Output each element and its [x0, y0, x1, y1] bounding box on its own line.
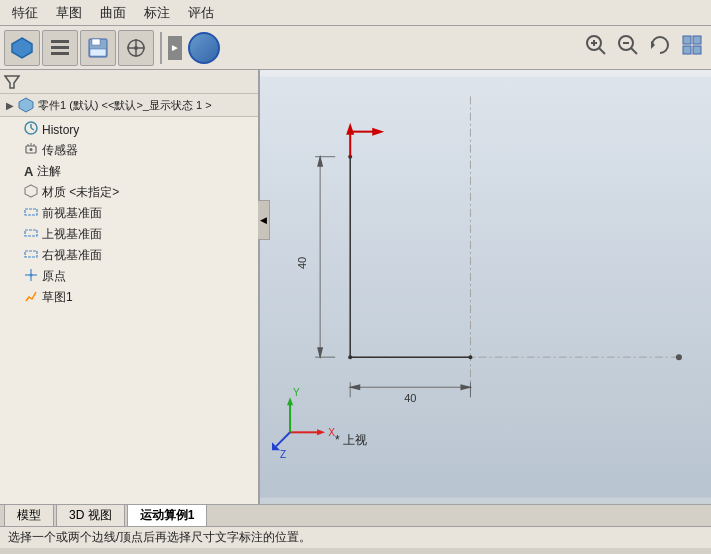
- material-label: 材质 <未指定>: [42, 184, 119, 201]
- svg-rect-5: [92, 39, 100, 45]
- tree-item-top-plane[interactable]: 上视基准面: [0, 224, 258, 245]
- right-plane-icon: [24, 247, 38, 264]
- main-area: ▶ 零件1 (默认) <<默认>_显示状态 1 > History: [0, 70, 711, 504]
- toolbar: ►: [0, 26, 711, 70]
- svg-point-47: [468, 355, 472, 359]
- sketch1-label: 草图1: [42, 289, 73, 306]
- view-label: * 上视: [335, 432, 367, 449]
- svg-text:Z: Z: [280, 449, 286, 460]
- sensor-icon: [24, 142, 38, 159]
- history-icon: [24, 121, 38, 138]
- tree-item-history[interactable]: History: [0, 119, 258, 140]
- zoom-out-button[interactable]: [613, 30, 643, 60]
- svg-point-29: [30, 148, 33, 151]
- crosshair-button[interactable]: [118, 30, 154, 66]
- svg-rect-35: [25, 230, 37, 236]
- tree-item-front-plane[interactable]: 前视基准面: [0, 203, 258, 224]
- svg-text:Y: Y: [293, 387, 300, 398]
- front-plane-label: 前视基准面: [42, 205, 102, 222]
- part-icon-button[interactable]: [4, 30, 40, 66]
- annotation-icon: A: [24, 164, 33, 179]
- filter-bar: [0, 70, 258, 94]
- top-plane-icon: [24, 226, 38, 243]
- part-label: 零件1 (默认) <<默认>_显示状态 1 >: [38, 98, 212, 113]
- svg-marker-0: [12, 38, 32, 58]
- origin-icon: [24, 268, 38, 285]
- status-text: 选择一个或两个边线/顶点后再选择尺寸文字标注的位置。: [8, 529, 311, 546]
- tab-3dview[interactable]: 3D 视图: [56, 504, 125, 526]
- collapse-arrow: ◀: [260, 215, 267, 225]
- save-button[interactable]: [80, 30, 116, 66]
- svg-rect-2: [51, 46, 69, 49]
- tree-button[interactable]: [42, 30, 78, 66]
- menu-features[interactable]: 特征: [4, 2, 46, 24]
- bottom-tabs: 模型 3D 视图 运动算例1: [0, 504, 711, 526]
- status-bar: 选择一个或两个边线/顶点后再选择尺寸文字标注的位置。: [0, 526, 711, 548]
- zoom-in-button[interactable]: [581, 30, 611, 60]
- svg-rect-19: [683, 36, 691, 44]
- toolbar-separator: [160, 32, 162, 64]
- tree-item-origin[interactable]: 原点: [0, 266, 258, 287]
- svg-line-14: [599, 48, 605, 54]
- svg-point-39: [30, 274, 33, 277]
- tree-item-annotation[interactable]: A 注解: [0, 161, 258, 182]
- display-mode-button[interactable]: [677, 30, 707, 60]
- sketch1-icon: [24, 289, 38, 306]
- svg-line-27: [31, 128, 34, 130]
- svg-rect-36: [25, 251, 37, 257]
- svg-rect-21: [683, 46, 691, 54]
- filter-icon: [4, 74, 20, 90]
- tree-item-sketch1[interactable]: 草图1: [0, 287, 258, 308]
- svg-rect-20: [693, 36, 701, 44]
- svg-point-10: [134, 46, 138, 50]
- tree-item-right-plane[interactable]: 右视基准面: [0, 245, 258, 266]
- menu-bar: 特征 草图 曲面 标注 评估: [0, 0, 711, 26]
- svg-rect-6: [90, 49, 106, 56]
- feature-tree-panel: ▶ 零件1 (默认) <<默认>_显示状态 1 > History: [0, 70, 260, 504]
- svg-rect-22: [693, 46, 701, 54]
- svg-point-64: [676, 354, 682, 360]
- svg-marker-24: [19, 98, 33, 112]
- tree-item-material[interactable]: 材质 <未指定>: [0, 182, 258, 203]
- annotation-label: 注解: [37, 163, 61, 180]
- svg-point-46: [348, 355, 352, 359]
- part-icon: [18, 97, 34, 113]
- front-plane-icon: [24, 205, 38, 222]
- origin-label: 原点: [42, 268, 66, 285]
- svg-text:40: 40: [404, 392, 416, 404]
- cad-drawing: 40 40 X Y Z: [260, 70, 711, 504]
- viewport[interactable]: 40 40 X Y Z: [260, 70, 711, 504]
- right-plane-label: 右视基准面: [42, 247, 102, 264]
- svg-line-17: [631, 48, 637, 54]
- svg-rect-3: [51, 52, 69, 55]
- menu-annotation[interactable]: 标注: [136, 2, 178, 24]
- right-toolbar: [581, 30, 707, 60]
- svg-rect-34: [25, 209, 37, 215]
- svg-rect-1: [51, 40, 69, 43]
- history-label: History: [42, 123, 79, 137]
- svg-marker-23: [5, 76, 19, 88]
- panel-collapse-handle[interactable]: ◀: [258, 200, 270, 240]
- tree-container: History 传感器 A 注解: [0, 117, 258, 504]
- part-header[interactable]: ▶ 零件1 (默认) <<默认>_显示状态 1 >: [0, 94, 258, 117]
- expand-arrow: ▶: [6, 100, 14, 111]
- rotate-button[interactable]: [645, 30, 675, 60]
- tab-model[interactable]: 模型: [4, 504, 54, 526]
- tree-item-sensor[interactable]: 传感器: [0, 140, 258, 161]
- app-logo: [188, 32, 220, 64]
- sensor-label: 传感器: [42, 142, 78, 159]
- menu-sketch[interactable]: 草图: [48, 2, 90, 24]
- view-label-text: * 上视: [335, 433, 367, 447]
- menu-evaluate[interactable]: 评估: [180, 2, 222, 24]
- svg-marker-33: [25, 185, 37, 197]
- top-plane-label: 上视基准面: [42, 226, 102, 243]
- toolbar-expand-btn[interactable]: ►: [168, 36, 182, 60]
- tab-motion[interactable]: 运动算例1: [127, 504, 208, 526]
- menu-surface[interactable]: 曲面: [92, 2, 134, 24]
- svg-text:40: 40: [296, 257, 308, 269]
- material-icon: [24, 184, 38, 201]
